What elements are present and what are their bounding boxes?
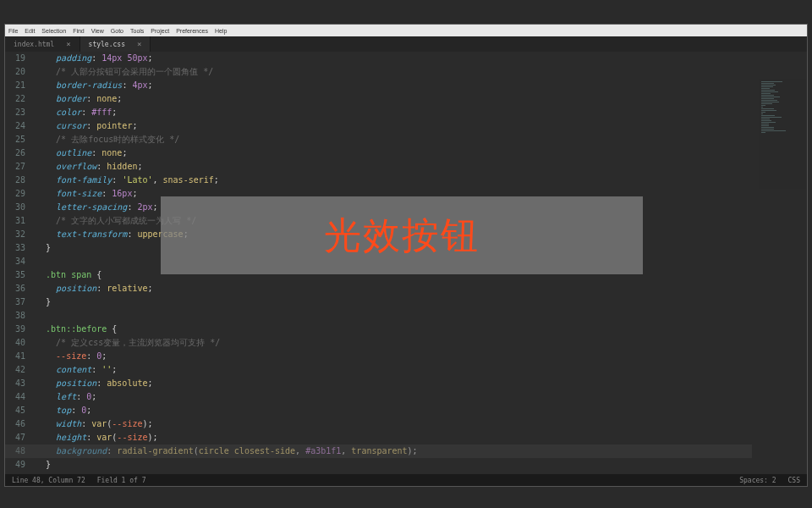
menu-goto[interactable]: Goto (111, 28, 123, 34)
menu-edit[interactable]: Edit (25, 28, 35, 34)
statusbar: Line 48, Column 72Field 1 of 7 Spaces: 2… (5, 474, 807, 486)
menu-preferences[interactable]: Preferences (176, 28, 208, 34)
menu-tools[interactable]: Tools (130, 28, 144, 34)
code-line[interactable]: .btn::before { (36, 323, 807, 336)
close-icon[interactable]: × (137, 40, 141, 48)
code-line[interactable]: --size: 0; (36, 350, 807, 363)
code-line[interactable] (36, 309, 807, 323)
menu-selection[interactable]: Selection (41, 28, 66, 34)
status-item[interactable]: Line 48, Column 72 (12, 477, 85, 484)
code-line[interactable]: width: var(--size); (36, 417, 807, 431)
code-line[interactable]: outline: none; (36, 146, 807, 160)
gutter: 19 20 21 22 23 24 25 26 27 28 29 30 31 3… (5, 52, 30, 486)
code-line[interactable]: } (36, 458, 807, 472)
code-line[interactable]: background: radial-gradient(circle close… (36, 444, 807, 458)
menu-find[interactable]: Find (73, 28, 85, 34)
code-line[interactable]: overflow: hidden; (36, 160, 807, 174)
code-line[interactable]: position: absolute; (36, 377, 807, 390)
status-item[interactable]: Spaces: 2 (739, 477, 776, 484)
code-line[interactable]: border: none; (36, 92, 807, 106)
tab-label: style.css (89, 41, 125, 48)
code-line[interactable]: /* 人部分按钮可会采用的一个圆角值 */ (36, 65, 807, 79)
code-line[interactable]: position: relative; (36, 282, 807, 295)
menu-file[interactable]: File (8, 28, 18, 34)
menubar: FileEditSelectionFindViewGotoToolsProjec… (5, 25, 807, 36)
code-line[interactable]: cursor: pointer; (36, 119, 807, 133)
code-line[interactable]: content: ''; (36, 363, 807, 377)
code-line[interactable]: /* 去除focus时的样式变化 */ (36, 133, 807, 146)
overlay-title: 光效按钮 (161, 196, 643, 274)
tab-style-css[interactable]: style.css× (80, 36, 151, 52)
code-line[interactable]: padding: 14px 50px; (36, 52, 807, 65)
code-line[interactable]: font-family: 'Lato', snas-serif; (36, 174, 807, 187)
tabbar: index.html×style.css× (5, 36, 807, 52)
code-line[interactable]: color: #fff; (36, 106, 807, 119)
code-line[interactable]: top: 0; (36, 404, 807, 417)
code-line[interactable]: border-radius: 4px; (36, 79, 807, 92)
menu-help[interactable]: Help (215, 28, 227, 34)
menu-view[interactable]: View (91, 28, 104, 34)
close-icon[interactable]: × (66, 40, 70, 48)
status-item[interactable]: CSS (788, 477, 800, 484)
code-line[interactable]: /* 定义css变量，主流浏览器均可支持 */ (36, 336, 807, 350)
status-item[interactable]: Field 1 of 7 (97, 477, 146, 484)
code-line[interactable]: height: var(--size); (36, 431, 807, 444)
tab-label: index.html (14, 41, 54, 48)
minimap[interactable] (759, 79, 805, 189)
code-line[interactable]: } (36, 295, 807, 309)
menu-project[interactable]: Project (151, 28, 169, 34)
tab-index-html[interactable]: index.html× (5, 36, 80, 52)
code-line[interactable]: left: 0; (36, 390, 807, 404)
